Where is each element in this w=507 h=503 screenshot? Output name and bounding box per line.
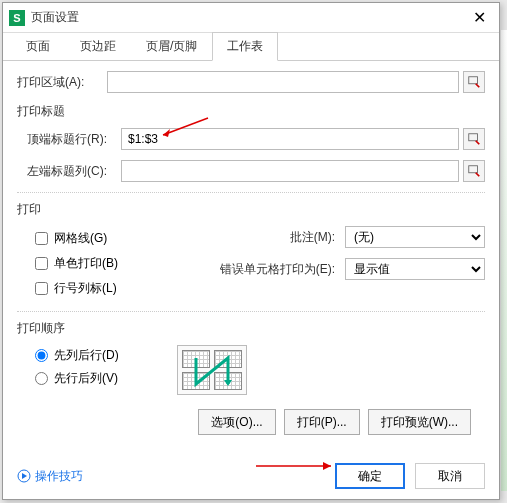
down-over-radio[interactable]: 先列后行(D) [35, 347, 177, 364]
tab-header-footer[interactable]: 页眉/页脚 [131, 32, 212, 61]
titlebar: S 页面设置 ✕ [3, 3, 499, 33]
comments-label: 批注(M): [290, 229, 335, 246]
dialog-title: 页面设置 [31, 9, 459, 26]
app-icon: S [9, 10, 25, 26]
titles-section: 打印标题 [17, 103, 485, 120]
options-button[interactable]: 选项(O)... [198, 409, 275, 435]
print-area-picker[interactable] [463, 71, 485, 93]
monochrome-checkbox[interactable]: 单色打印(B) [35, 255, 177, 272]
errors-select[interactable]: 显示值 [345, 258, 485, 280]
tabs: 页面 页边距 页眉/页脚 工作表 [3, 33, 499, 61]
close-button[interactable]: ✕ [459, 4, 499, 32]
play-icon [17, 469, 31, 483]
left-col-label: 左端标题列(C): [17, 163, 121, 180]
svg-rect-2 [469, 166, 478, 173]
print-button[interactable]: 打印(P)... [284, 409, 360, 435]
range-picker-icon [467, 164, 481, 178]
errors-label: 错误单元格打印为(E): [220, 261, 335, 278]
comments-select[interactable]: (无) [345, 226, 485, 248]
print-area-label: 打印区域(A): [17, 74, 107, 91]
range-picker-icon [467, 75, 481, 89]
print-area-input[interactable] [107, 71, 459, 93]
page-setup-dialog: S 页面设置 ✕ 页面 页边距 页眉/页脚 工作表 打印区域(A): 打印标题 … [2, 2, 500, 500]
top-row-label: 顶端标题行(R): [17, 131, 121, 148]
top-row-picker[interactable] [463, 128, 485, 150]
tab-page[interactable]: 页面 [11, 32, 65, 61]
gridlines-checkbox[interactable]: 网格线(G) [35, 230, 177, 247]
svg-rect-1 [469, 134, 478, 141]
svg-rect-0 [469, 77, 478, 84]
left-col-picker[interactable] [463, 160, 485, 182]
print-section: 打印 [17, 201, 485, 218]
tab-margins[interactable]: 页边距 [65, 32, 131, 61]
cancel-button[interactable]: 取消 [415, 463, 485, 489]
over-down-radio[interactable]: 先行后列(V) [35, 370, 177, 387]
ok-button[interactable]: 确定 [335, 463, 405, 489]
order-section: 打印顺序 [17, 320, 485, 337]
headings-checkbox[interactable]: 行号列标(L) [35, 280, 177, 297]
left-col-input[interactable] [121, 160, 459, 182]
print-order-preview [177, 345, 247, 395]
top-row-input[interactable] [121, 128, 459, 150]
tab-sheet[interactable]: 工作表 [212, 32, 278, 61]
range-picker-icon [467, 132, 481, 146]
order-arrow-icon [188, 354, 238, 390]
tips-link[interactable]: 操作技巧 [17, 468, 83, 485]
print-preview-button[interactable]: 打印预览(W)... [368, 409, 471, 435]
